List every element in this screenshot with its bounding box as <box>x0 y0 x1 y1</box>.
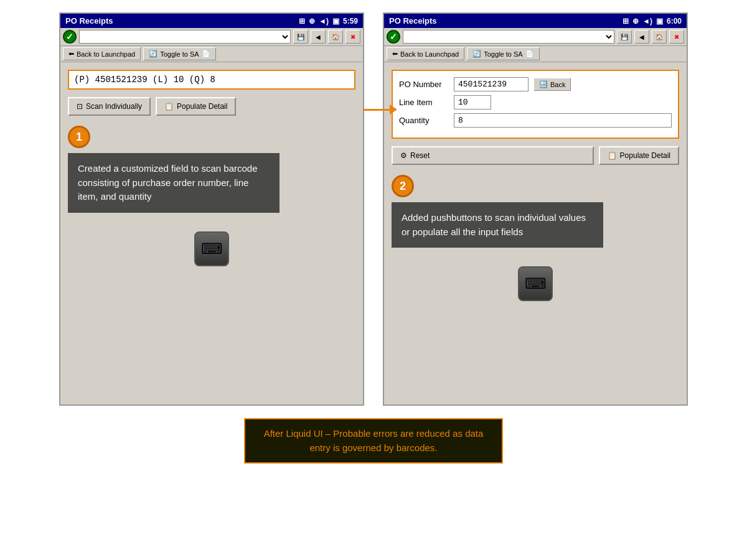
right-green-check-icon[interactable]: ✓ <box>387 30 400 44</box>
left-screen-body: ⊡ Scan Individually 📋 Populate Detail 1 … <box>60 62 363 404</box>
toggle-icon: 🔄 <box>149 50 157 58</box>
home-toolbar-btn[interactable]: 🏠 <box>328 30 343 44</box>
right-keyboard-container: ⌨ <box>392 260 679 307</box>
reset-btn[interactable]: ⚙ Reset <box>392 146 594 165</box>
bottom-caption: After Liquid UI – Probable errors are re… <box>244 418 504 464</box>
back-toolbar-btn[interactable]: ◀ <box>311 30 326 44</box>
toolbar-dropdown[interactable] <box>79 30 291 44</box>
battery-icon: ▣ <box>332 17 339 26</box>
right-time: 6:00 <box>667 17 682 26</box>
right-volume-icon: ◄) <box>642 17 652 26</box>
device-icon: ⊞ <box>299 17 305 26</box>
right-battery-icon: ▣ <box>656 17 663 26</box>
quantity-input[interactable] <box>454 113 672 128</box>
right-keyboard-icon: ⌨ <box>525 275 547 292</box>
barcode-input[interactable] <box>68 70 355 90</box>
right-action-buttons: ⚙ Reset 📋 Populate Detail <box>392 146 679 165</box>
right-populate-icon: 📋 <box>608 151 617 160</box>
line-item-label: Line Item <box>399 98 449 107</box>
po-number-label: PO Number <box>399 80 449 89</box>
save-toolbar-btn[interactable]: 💾 <box>293 30 308 44</box>
right-desc-box: Added pushbuttons to scan individual val… <box>392 202 603 248</box>
right-title: PO Receipts <box>389 16 437 26</box>
left-title: PO Receipts <box>65 16 113 26</box>
left-back-launchpad-btn[interactable]: ⬅ Back to Launchpad <box>63 47 141 60</box>
right-toolbar: ✓ 💾 ◀ 🏠 ✖ <box>384 28 687 46</box>
right-home-toolbar-btn[interactable]: 🏠 <box>652 30 667 44</box>
right-status-bar: ⊞ ⊕ ◄) ▣ 6:00 <box>622 17 682 26</box>
populate-detail-btn-right[interactable]: 📋 Populate Detail <box>599 146 679 165</box>
line-item-input[interactable] <box>454 95 491 110</box>
form-back-btn[interactable]: 🔙 Back <box>533 78 571 91</box>
right-close-toolbar-btn[interactable]: ✖ <box>669 30 684 44</box>
right-nav-bar: ⬅ Back to Launchpad 🔄 Toggle to SA 📄 <box>384 46 687 62</box>
populate-icon: 📋 <box>164 102 174 111</box>
right-back-arrow-icon: ⬅ <box>392 50 398 58</box>
populate-detail-btn-left[interactable]: 📋 Populate Detail <box>156 97 236 116</box>
left-title-bar: PO Receipts ⊞ ⊕ ◄) ▣ 5:59 <box>60 14 363 28</box>
left-nav-bar: ⬅ Back to Launchpad 🔄 Toggle to SA 📄 <box>60 46 363 62</box>
left-status-bar: ⊞ ⊕ ◄) ▣ 5:59 <box>299 17 358 26</box>
left-keyboard-btn[interactable]: ⌨ <box>194 231 229 266</box>
right-signal-icon: ⊕ <box>632 17 639 26</box>
left-desc-box: Created a customized field to scan barco… <box>68 153 280 213</box>
right-toggle-icon: 🔄 <box>472 50 481 58</box>
doc-icon: 📄 <box>202 50 210 58</box>
right-device-icon: ⊞ <box>622 17 629 26</box>
form-area: PO Number 🔙 Back Line Item Qu <box>392 70 679 139</box>
back-arrow-icon: ⬅ <box>68 50 74 58</box>
keyboard-icon: ⌨ <box>201 240 223 258</box>
right-toolbar-dropdown[interactable] <box>403 30 614 44</box>
volume-icon: ◄) <box>319 17 329 26</box>
right-toggle-sa-btn[interactable]: 🔄 Toggle to SA 📄 <box>467 47 539 60</box>
quantity-label: Quantity <box>399 116 449 125</box>
right-save-toolbar-btn[interactable]: 💾 <box>617 30 632 44</box>
green-check-icon[interactable]: ✓ <box>63 30 77 44</box>
right-keyboard-btn[interactable]: ⌨ <box>518 266 553 301</box>
line-item-row: Line Item <box>399 95 672 110</box>
scan-icon: ⊡ <box>77 102 83 111</box>
left-screen: PO Receipts ⊞ ⊕ ◄) ▣ 5:59 ✓ 💾 ◀ <box>59 12 364 406</box>
callout-badge-2: 2 <box>392 175 414 197</box>
reset-icon: ⚙ <box>400 151 407 160</box>
left-toolbar: ✓ 💾 ◀ 🏠 ✖ <box>60 28 363 46</box>
quantity-row: Quantity <box>399 113 672 128</box>
right-screen: PO Receipts ⊞ ⊕ ◄) ▣ 6:00 ✓ 💾 ◀ <box>383 12 688 406</box>
back-form-icon: 🔙 <box>539 80 548 88</box>
po-number-row: PO Number 🔙 Back <box>399 77 672 91</box>
right-title-bar: PO Receipts ⊞ ⊕ ◄) ▣ 6:00 <box>384 14 687 28</box>
left-action-buttons: ⊡ Scan Individually 📋 Populate Detail <box>68 97 355 116</box>
callout-badge-1: 1 <box>68 126 90 148</box>
arrow-line <box>363 109 390 111</box>
left-keyboard-container: ⌨ <box>68 225 355 273</box>
right-doc-icon: 📄 <box>525 50 534 58</box>
arrow-connector <box>363 105 397 114</box>
left-time: 5:59 <box>343 17 358 26</box>
signal-icon: ⊕ <box>309 17 315 26</box>
left-toggle-sa-btn[interactable]: 🔄 Toggle to SA 📄 <box>143 47 215 60</box>
arrow-head-icon <box>390 105 397 114</box>
right-screen-body: PO Number 🔙 Back Line Item Qu <box>384 62 687 404</box>
po-number-input[interactable] <box>454 77 529 91</box>
right-back-toolbar-btn[interactable]: ◀ <box>634 30 649 44</box>
close-toolbar-btn[interactable]: ✖ <box>345 30 360 44</box>
scan-individually-btn[interactable]: ⊡ Scan Individually <box>68 97 151 116</box>
right-back-launchpad-btn[interactable]: ⬅ Back to Launchpad <box>387 47 464 60</box>
